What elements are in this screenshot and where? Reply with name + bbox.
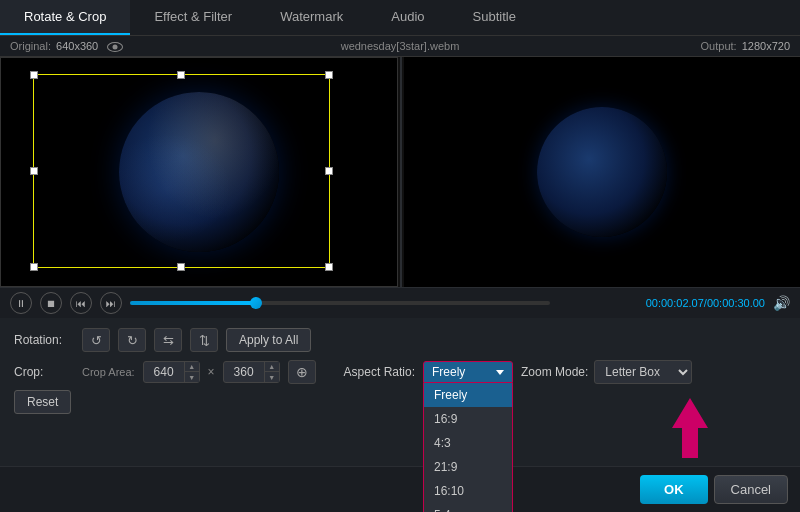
aspect-option-4-3[interactable]: 4:3: [424, 431, 512, 455]
progress-fill: [130, 301, 256, 305]
zoom-mode-section: Zoom Mode: Letter Box Pan & Scan Full: [521, 360, 692, 384]
aspect-ratio-section: Aspect Ratio: Freely Freely 16:9 4:3 21:…: [344, 361, 513, 383]
pause-button[interactable]: ⏸: [10, 292, 32, 314]
preview-toggle-icon[interactable]: [107, 42, 123, 52]
output-info: Output: 1280x720: [640, 40, 790, 52]
crop-width-arrows: ▲ ▼: [184, 362, 199, 382]
next-frame-icon: ⏭: [106, 298, 116, 309]
crop-height-input[interactable]: ▲ ▼: [223, 361, 280, 383]
progress-track[interactable]: [130, 301, 550, 305]
zoom-mode-label: Zoom Mode:: [521, 365, 588, 379]
flip-horizontal-button[interactable]: ⇆: [154, 328, 182, 352]
rotate-left-button[interactable]: ↺: [82, 328, 110, 352]
ok-button[interactable]: OK: [640, 475, 708, 504]
next-frame-button[interactable]: ⏭: [100, 292, 122, 314]
crop-height-down[interactable]: ▼: [265, 372, 279, 382]
info-bar: Original: 640x360 wednesday[3star].webm …: [0, 36, 800, 57]
cancel-button[interactable]: Cancel: [714, 475, 788, 504]
crop-handle-ml[interactable]: [30, 167, 38, 175]
crop-label: Crop:: [14, 365, 74, 379]
crop-handle-bl[interactable]: [30, 263, 38, 271]
rotate-left-icon: ↺: [91, 333, 102, 348]
crop-width-input[interactable]: ▲ ▼: [143, 361, 200, 383]
aspect-ratio-label: Aspect Ratio:: [344, 365, 415, 379]
aspect-ratio-selected: Freely: [432, 365, 465, 379]
svg-marker-0: [672, 398, 708, 458]
filename-label: wednesday[3star].webm: [160, 40, 640, 52]
video-panel-original: [0, 57, 398, 287]
crop-width-down[interactable]: ▼: [185, 372, 199, 382]
crop-row: Crop: Crop Area: ▲ ▼ × ▲ ▼ ⊕ Aspect Rati…: [14, 360, 786, 384]
crop-width-up[interactable]: ▲: [185, 362, 199, 372]
arrow-down-icon: [670, 398, 710, 458]
rotation-label: Rotation:: [14, 333, 74, 347]
crop-handle-bm[interactable]: [177, 263, 185, 271]
original-info: Original: 640x360: [10, 40, 160, 52]
crop-handle-mr[interactable]: [325, 167, 333, 175]
crop-height-field[interactable]: [224, 362, 264, 382]
video-preview-output: [537, 107, 667, 237]
crop-height-arrows: ▲ ▼: [264, 362, 279, 382]
flip-vertical-button[interactable]: ⇅: [190, 328, 218, 352]
tab-rotate-crop[interactable]: Rotate & Crop: [0, 0, 130, 35]
crop-height-up[interactable]: ▲: [265, 362, 279, 372]
crop-handle-tm[interactable]: [177, 71, 185, 79]
crop-box[interactable]: [33, 74, 330, 268]
aspect-ratio-dropdown[interactable]: Freely Freely 16:9 4:3 21:9 16:10 5:4 1:…: [423, 361, 513, 383]
aspect-option-16-9[interactable]: 16:9: [424, 407, 512, 431]
tab-audio[interactable]: Audio: [367, 0, 448, 35]
aspect-ratio-trigger[interactable]: Freely: [423, 361, 513, 383]
flip-vertical-icon: ⇅: [199, 333, 210, 348]
arrow-down-indicator: [670, 398, 710, 464]
progress-thumb[interactable]: [250, 297, 262, 309]
crop-area-label: Crop Area:: [82, 366, 135, 378]
aspect-ratio-arrow-icon: [496, 370, 504, 375]
video-panel-preview: [404, 57, 800, 287]
pause-icon: ⏸: [16, 298, 26, 309]
tab-watermark[interactable]: Watermark: [256, 0, 367, 35]
aspect-option-16-10[interactable]: 16:10: [424, 479, 512, 503]
aspect-option-freely[interactable]: Freely: [424, 383, 512, 407]
apply-to-all-button[interactable]: Apply to All: [226, 328, 311, 352]
zoom-mode-select[interactable]: Letter Box Pan & Scan Full: [594, 360, 692, 384]
crop-handle-br[interactable]: [325, 263, 333, 271]
rotate-right-button[interactable]: ↻: [118, 328, 146, 352]
reset-button[interactable]: Reset: [14, 390, 71, 414]
crop-handle-tl[interactable]: [30, 71, 38, 79]
tab-subtitle[interactable]: Subtitle: [449, 0, 540, 35]
rotation-row: Rotation: ↺ ↻ ⇆ ⇅ Apply to All: [14, 328, 786, 352]
aspect-option-5-4[interactable]: 5:4: [424, 503, 512, 512]
rotate-right-icon: ↻: [127, 333, 138, 348]
tab-bar: Rotate & Crop Effect & Filter Watermark …: [0, 0, 800, 36]
video-area: [0, 57, 800, 287]
tab-effect-filter[interactable]: Effect & Filter: [130, 0, 256, 35]
stop-button[interactable]: ⏹: [40, 292, 62, 314]
prev-frame-icon: ⏮: [76, 298, 86, 309]
flip-horizontal-icon: ⇆: [163, 333, 174, 348]
crop-handle-tr[interactable]: [325, 71, 333, 79]
volume-icon[interactable]: 🔊: [773, 295, 790, 311]
time-display: 00:00:02.07/00:00:30.00: [646, 297, 765, 309]
playback-bar: ⏸ ⏹ ⏮ ⏭ 00:00:02.07/00:00:30.00 🔊: [0, 287, 800, 318]
action-bar: OK Cancel: [0, 466, 800, 512]
video-panel-divider: [400, 57, 402, 287]
prev-frame-button[interactable]: ⏮: [70, 292, 92, 314]
crop-width-field[interactable]: [144, 362, 184, 382]
aspect-option-21-9[interactable]: 21:9: [424, 455, 512, 479]
crop-center-icon: ⊕: [296, 364, 308, 380]
dimension-separator: ×: [208, 365, 215, 379]
stop-icon: ⏹: [46, 298, 56, 309]
aspect-ratio-list: Freely 16:9 4:3 21:9 16:10 5:4 1:1 9:16: [423, 383, 513, 512]
crop-center-button[interactable]: ⊕: [288, 360, 316, 384]
